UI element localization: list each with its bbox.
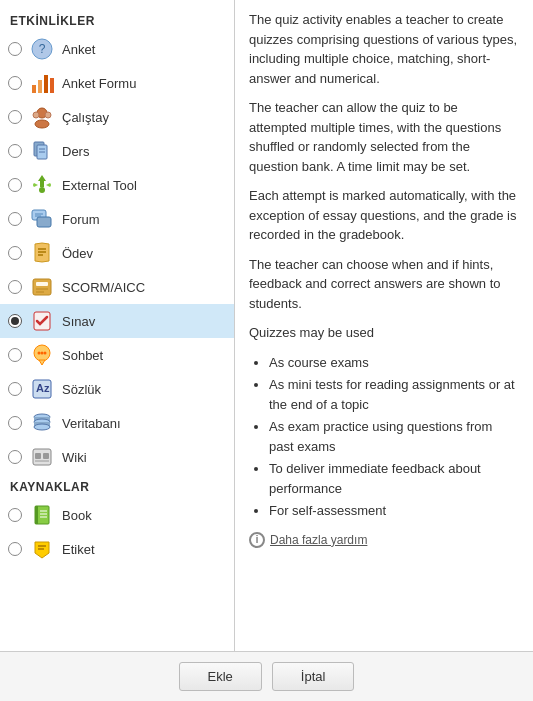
svg-rect-3 (38, 80, 42, 93)
item-scorm[interactable]: SCORM/AICC (0, 270, 234, 304)
radio-etiket[interactable] (8, 542, 22, 556)
bullet-4: To deliver immediate feedback about perf… (269, 459, 519, 498)
desc-para-1: The quiz activity enables a teacher to c… (249, 10, 519, 88)
label-veritabani: Veritabanı (62, 416, 121, 431)
label-external-tool: External Tool (62, 178, 137, 193)
add-button[interactable]: Ekle (179, 662, 262, 691)
icon-wiki (28, 443, 56, 471)
label-sohbet: Sohbet (62, 348, 103, 363)
radio-veritabani[interactable] (8, 416, 22, 430)
radio-ders[interactable] (8, 144, 22, 158)
radio-sohbet[interactable] (8, 348, 22, 362)
radio-external-tool[interactable] (8, 178, 22, 192)
item-anket[interactable]: ? Anket (0, 32, 234, 66)
svg-rect-41 (43, 453, 49, 459)
item-sinav[interactable]: Sınav (0, 304, 234, 338)
item-odev[interactable]: Ödev (0, 236, 234, 270)
svg-point-14 (39, 187, 45, 193)
info-icon: i (249, 532, 265, 548)
left-panel: ETKİNLİKLER ? Anket (0, 0, 235, 651)
desc-para-4: The teacher can choose when and if hints… (249, 255, 519, 314)
bullet-1: As course exams (269, 353, 519, 373)
svg-text:Az: Az (36, 382, 50, 394)
label-anket-formu: Anket Formu (62, 76, 136, 91)
more-help-link[interactable]: Daha fazla yardım (270, 531, 367, 549)
svg-point-29 (41, 352, 44, 355)
icon-etiket (28, 535, 56, 563)
item-external-tool[interactable]: External Tool (0, 168, 234, 202)
radio-odev[interactable] (8, 246, 22, 260)
bullet-3: As exam practice using questions from pa… (269, 417, 519, 456)
item-etiket[interactable]: Etiket (0, 532, 234, 566)
radio-sinav[interactable] (8, 314, 22, 328)
label-sozluk: Sözlük (62, 382, 101, 397)
svg-point-38 (34, 424, 50, 430)
more-help-container: i Daha fazla yardım (249, 531, 519, 549)
label-wiki: Wiki (62, 450, 87, 465)
bullet-5: For self-assessment (269, 501, 519, 521)
svg-rect-5 (50, 78, 54, 93)
icon-scorm (28, 273, 56, 301)
svg-rect-4 (44, 75, 48, 93)
resources-section-title: KAYNAKLAR (0, 474, 234, 498)
icon-forum (28, 205, 56, 233)
item-anket-formu[interactable]: Anket Formu (0, 66, 234, 100)
svg-rect-40 (35, 453, 41, 459)
radio-calistay[interactable] (8, 110, 22, 124)
label-odev: Ödev (62, 246, 93, 261)
label-calistay: Çalıştay (62, 110, 109, 125)
item-ders[interactable]: Ders (0, 134, 234, 168)
cancel-button[interactable]: İptal (272, 662, 355, 691)
bullet-2: As mini tests for reading assignments or… (269, 375, 519, 414)
item-sozluk[interactable]: Az Sözlük (0, 372, 234, 406)
item-forum[interactable]: Forum (0, 202, 234, 236)
bullet-list: As course exams As mini tests for readin… (249, 353, 519, 521)
svg-rect-2 (32, 85, 36, 93)
radio-forum[interactable] (8, 212, 22, 226)
icon-veritabani (28, 409, 56, 437)
label-forum: Forum (62, 212, 100, 227)
right-panel: The quiz activity enables a teacher to c… (235, 0, 533, 651)
desc-para-2: The teacher can allow the quiz to be att… (249, 98, 519, 176)
svg-point-7 (33, 112, 39, 118)
label-sinav: Sınav (62, 314, 95, 329)
radio-wiki[interactable] (8, 450, 22, 464)
icon-book (28, 501, 56, 529)
svg-rect-23 (36, 282, 48, 286)
radio-anket-formu[interactable] (8, 76, 22, 90)
radio-book[interactable] (8, 508, 22, 522)
label-anket: Anket (62, 42, 95, 57)
item-veritabani[interactable]: Veritabanı (0, 406, 234, 440)
radio-sozluk[interactable] (8, 382, 22, 396)
svg-point-30 (44, 352, 47, 355)
icon-sinav (28, 307, 56, 335)
icon-sohbet (28, 341, 56, 369)
item-calistay[interactable]: Çalıştay (0, 100, 234, 134)
svg-marker-31 (39, 360, 45, 365)
label-etiket: Etiket (62, 542, 95, 557)
item-wiki[interactable]: Wiki (0, 440, 234, 474)
item-sohbet[interactable]: Sohbet (0, 338, 234, 372)
svg-point-9 (35, 120, 49, 128)
icon-calistay (28, 103, 56, 131)
svg-text:?: ? (39, 42, 46, 56)
main-content: ETKİNLİKLER ? Anket (0, 0, 533, 651)
radio-scorm[interactable] (8, 280, 22, 294)
svg-rect-22 (33, 279, 51, 295)
svg-rect-16 (37, 217, 51, 227)
radio-anket[interactable] (8, 42, 22, 56)
label-ders: Ders (62, 144, 89, 159)
icon-anket-formu (28, 69, 56, 97)
label-book: Book (62, 508, 92, 523)
icon-sozluk: Az (28, 375, 56, 403)
desc-para-5: Quizzes may be used (249, 323, 519, 343)
svg-point-28 (38, 352, 41, 355)
icon-ders (28, 137, 56, 165)
icon-external-tool (28, 171, 56, 199)
icon-odev (28, 239, 56, 267)
desc-para-3: Each attempt is marked automatically, wi… (249, 186, 519, 245)
activities-section-title: ETKİNLİKLER (0, 8, 234, 32)
svg-rect-44 (35, 506, 38, 524)
svg-point-8 (45, 112, 51, 118)
item-book[interactable]: Book (0, 498, 234, 532)
